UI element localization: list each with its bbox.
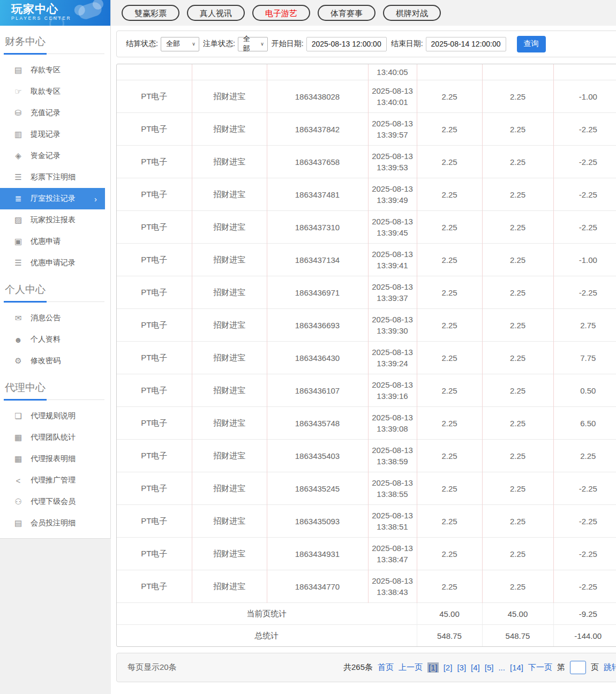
bet-time-cell: 2025-08-1313:39:49 xyxy=(368,178,417,211)
provider-cell: PT电子 xyxy=(117,440,192,472)
win-loss-cell: -2.25 xyxy=(553,113,616,146)
sidebar-item-彩票下注明细[interactable]: ☰彩票下注明细› xyxy=(0,167,110,188)
order-status-select[interactable]: 全部 ∨ xyxy=(238,37,268,51)
sidebar-item-label: 代理团队统计 xyxy=(31,433,76,442)
bet-time: 13:39:24 xyxy=(369,358,417,369)
cell xyxy=(117,64,192,80)
tab-雙赢彩票[interactable]: 雙赢彩票 xyxy=(122,5,179,21)
wallet-icon: ▥ xyxy=(13,130,24,139)
page-number-4[interactable]: [4] xyxy=(471,663,480,672)
withdraw-hand-icon: ☞ xyxy=(13,87,24,96)
sidebar-item-代理规则说明[interactable]: ❏代理规则说明› xyxy=(0,405,110,427)
bet-amount-cell: 2.25 xyxy=(417,244,482,276)
cell xyxy=(267,64,368,80)
order-id-cell: 1863434931 xyxy=(267,538,368,570)
page-number-3[interactable]: [3] xyxy=(457,663,466,672)
bet-time: 13:39:53 xyxy=(369,162,417,173)
sidebar-item-资金记录[interactable]: ◈资金记录› xyxy=(0,145,110,167)
chevron-down-icon: ∨ xyxy=(260,41,264,47)
next-page-link[interactable]: 下一页 xyxy=(528,662,552,673)
deposit-card-icon: ▤ xyxy=(13,65,24,75)
game-name-cell: 招财进宝 xyxy=(192,211,267,244)
provider-cell: PT电子 xyxy=(117,570,192,603)
sidebar-item-提现记录[interactable]: ▥提现记录› xyxy=(0,124,110,145)
sidebar-menu: ❏代理规则说明›▦代理团队统计›▦代理报表明细›<代理推广管理›⚇代理下级会员›… xyxy=(0,405,110,555)
start-date-input[interactable] xyxy=(306,37,387,51)
cell xyxy=(417,64,482,80)
bet-time-cell: 13:40:05 xyxy=(368,64,417,80)
sidebar-item-个人资料[interactable]: ☻个人资料› xyxy=(0,329,110,350)
bet-time-cell: 2025-08-1313:38:51 xyxy=(368,505,417,538)
jump-button[interactable]: 跳转 xyxy=(604,662,616,673)
summary-label-cell: 总统计 xyxy=(117,625,417,647)
pager: 共265条首页上一页[1][2][3][4][5]...[14]下一页第页跳转 xyxy=(339,661,616,674)
valid-bet-cell: 2.25 xyxy=(482,211,553,244)
table-row: PT电子招财进宝18634380282025-08-1313:40:012.25… xyxy=(117,80,616,113)
page-number-14[interactable]: [14] xyxy=(510,663,523,672)
bet-time-cell: 2025-08-1313:39:08 xyxy=(368,407,417,440)
bet-amount-cell: 2.25 xyxy=(417,113,482,146)
end-date-input[interactable] xyxy=(426,37,506,51)
sidebar-item-优惠申请[interactable]: ▣优惠申请› xyxy=(0,231,110,252)
order-id-cell: 1863436107 xyxy=(267,374,368,407)
sidebar-item-玩家投注报表[interactable]: ▨玩家投注报表› xyxy=(0,209,110,231)
sidebar-item-优惠申请记录[interactable]: ☰优惠申请记录› xyxy=(0,252,110,274)
bet-time-cell: 2025-08-1313:38:55 xyxy=(368,472,417,505)
first-page-link[interactable]: 首页 xyxy=(378,662,394,673)
tab-真人视讯[interactable]: 真人视讯 xyxy=(187,5,245,21)
bet-time: 13:40:01 xyxy=(369,96,417,108)
bet-time: 13:39:57 xyxy=(369,129,417,140)
page-number-1[interactable]: [1] xyxy=(427,662,439,673)
sidebar-item-充值记录[interactable]: ⛁充值记录› xyxy=(0,102,110,124)
bet-time: 13:39:37 xyxy=(369,292,417,304)
jump-prefix-label: 第 xyxy=(557,662,565,673)
sidebar-item-会员投注明细[interactable]: ▤会员投注明细› xyxy=(0,512,110,534)
provider-cell: PT电子 xyxy=(117,276,192,309)
sidebar-item-代理推广管理[interactable]: <代理推广管理› xyxy=(0,470,110,491)
sidebar-item-代理团队统计[interactable]: ▦代理团队统计› xyxy=(0,427,110,448)
page-number-5[interactable]: [5] xyxy=(485,663,494,672)
order-id-cell: 1863436693 xyxy=(267,309,368,342)
game-name-cell: 招财进宝 xyxy=(192,146,267,178)
bet-time-cell: 2025-08-1313:38:47 xyxy=(368,538,417,570)
settle-status-select[interactable]: 全部 ∨ xyxy=(161,37,199,51)
bet-time: 13:39:08 xyxy=(369,423,417,434)
bet-date: 2025-08-13 xyxy=(369,575,417,586)
jump-page-input[interactable] xyxy=(570,661,586,674)
tab-棋牌对战[interactable]: 棋牌对战 xyxy=(383,5,441,21)
provider-cell: PT电子 xyxy=(117,407,192,440)
valid-bet-cell: 2.25 xyxy=(482,342,553,374)
tab-电子游艺[interactable]: 电子游艺 xyxy=(252,5,310,21)
win-loss-cell: -2.25 xyxy=(553,146,616,178)
search-button[interactable]: 查询 xyxy=(517,36,546,52)
sidebar-item-厅室投注记录[interactable]: ≣厅室投注记录› xyxy=(0,188,105,209)
per-page-label: 每页显示20条 xyxy=(127,662,177,673)
win-loss-cell: -2.25 xyxy=(553,570,616,603)
valid-bet-cell: 2.25 xyxy=(482,374,553,407)
summary-win-loss-cell: -144.00 xyxy=(553,625,616,647)
bet-time: 13:38:59 xyxy=(369,456,417,467)
sidebar-item-label: 玩家投注报表 xyxy=(31,215,76,225)
pages-ellipsis: ... xyxy=(498,663,505,672)
sidebar-item-代理报表明细[interactable]: ▦代理报表明细› xyxy=(0,448,110,470)
valid-bet-cell: 2.25 xyxy=(482,146,553,178)
sidebar-item-修改密码[interactable]: ⚙修改密码› xyxy=(0,350,110,372)
game-name-cell: 招财进宝 xyxy=(192,276,267,309)
provider-cell: PT电子 xyxy=(117,146,192,178)
page-number-2[interactable]: [2] xyxy=(444,663,453,672)
provider-cell: PT电子 xyxy=(117,211,192,244)
valid-bet-cell: 2.25 xyxy=(482,538,553,570)
win-loss-cell: -2.25 xyxy=(553,472,616,505)
sidebar-item-代理下级会员[interactable]: ⚇代理下级会员› xyxy=(0,491,110,512)
prev-page-link[interactable]: 上一页 xyxy=(399,662,423,673)
share-icon: < xyxy=(13,476,24,485)
sidebar-item-存款专区[interactable]: ▤存款专区› xyxy=(0,59,110,81)
win-loss-cell: -2.25 xyxy=(553,178,616,211)
pagination-bar: 每页显示20条 共265条首页上一页[1][2][3][4][5]...[14]… xyxy=(116,653,616,682)
sidebar-item-取款专区[interactable]: ☞取款专区› xyxy=(0,81,110,102)
sidebar-item-label: 修改密码 xyxy=(31,356,61,366)
sidebar-item-消息公告[interactable]: ✉消息公告› xyxy=(0,307,110,329)
bet-date: 2025-08-13 xyxy=(369,150,417,162)
tab-体育赛事[interactable]: 体育赛事 xyxy=(318,5,375,21)
bet-amount-cell: 2.25 xyxy=(417,538,482,570)
